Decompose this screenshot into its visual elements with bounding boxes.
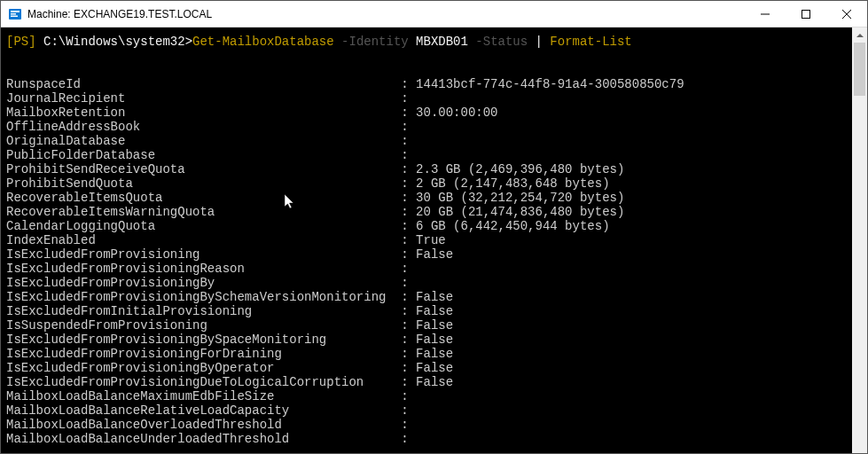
pipe: |	[536, 35, 551, 49]
colon: :	[401, 262, 416, 276]
flag-identity: -Identity	[334, 35, 416, 49]
colon: :	[401, 91, 416, 106]
colon: :	[401, 361, 416, 375]
cmd-format-list: Format-List	[550, 35, 631, 49]
property-key: IsExcludedFromInitialProvisioning	[6, 304, 401, 318]
property-value: 20 GB (21,474,836,480 bytes)	[416, 205, 624, 219]
property-key: IsExcludedFromProvisioningForDraining	[6, 347, 401, 361]
property-key: MailboxLoadBalanceMaximumEdbFileSize	[6, 389, 401, 403]
svg-rect-3	[11, 15, 18, 17]
property-value: 6 GB (6,442,450,944 bytes)	[416, 219, 609, 233]
cmd-get-mailboxdatabase: Get-MailboxDatabase	[192, 35, 334, 49]
maximize-button[interactable]	[786, 1, 826, 27]
output-row: MailboxRetention : 30.00:00:00	[6, 106, 852, 120]
colon: :	[401, 219, 416, 233]
property-value: 2.3 GB (2,469,396,480 bytes)	[416, 162, 624, 176]
colon: :	[401, 148, 416, 162]
colon: :	[401, 162, 416, 176]
colon: :	[401, 120, 416, 134]
property-key: RecoverableItemsQuota	[6, 191, 401, 205]
property-value: 30 GB (32,212,254,720 bytes)	[416, 191, 624, 205]
blank-line	[6, 49, 852, 63]
titlebar[interactable]: Machine: EXCHANGE19.TEST.LOCAL	[1, 1, 867, 27]
colon: :	[401, 347, 416, 361]
property-key: MailboxLoadBalanceUnderloadedThreshold	[6, 432, 401, 446]
property-key: IsExcludedFromProvisioningReason	[6, 262, 401, 276]
property-key: JournalRecipient	[6, 91, 401, 106]
window: Machine: EXCHANGE19.TEST.LOCAL [PS] C:\W…	[0, 0, 868, 454]
output-row: IsExcludedFromProvisioningDueToLogicalCo…	[6, 375, 852, 389]
colon: :	[401, 418, 416, 432]
property-value: False	[416, 375, 453, 389]
property-key: IsExcludedFromProvisioningBySpaceMonitor…	[6, 333, 401, 347]
app-icon	[8, 7, 22, 21]
property-key: IsSuspendedFromProvisioning	[6, 318, 401, 333]
output-row: MailboxLoadBalanceOverloadedThreshold :	[6, 418, 852, 432]
colon: :	[401, 389, 416, 403]
prompt-path: C:\Windows\system32>	[36, 35, 192, 49]
property-key: RecoverableItemsWarningQuota	[6, 205, 401, 219]
property-key: OfflineAddressBook	[6, 120, 401, 134]
colon: :	[401, 134, 416, 148]
property-key: IsExcludedFromProvisioningDueToLogicalCo…	[6, 375, 401, 389]
output-row: MailboxLoadBalanceUnderloadedThreshold :	[6, 432, 852, 446]
output-row: RecoverableItemsWarningQuota : 20 GB (21…	[6, 205, 852, 219]
prompt-prefix: [PS]	[6, 35, 36, 49]
property-value: 30.00:00:00	[416, 106, 497, 120]
scroll-track[interactable]	[852, 43, 867, 438]
output-row: MailboxLoadBalanceMaximumEdbFileSize :	[6, 389, 852, 403]
output-row: IsExcludedFromProvisioningForDraining : …	[6, 347, 852, 361]
colon: :	[401, 432, 416, 446]
output-row: ProhibitSendQuota : 2 GB (2,147,483,648 …	[6, 176, 852, 191]
svg-rect-2	[11, 13, 16, 15]
colon: :	[401, 191, 416, 205]
property-key: IsExcludedFromProvisioningByOperator	[6, 361, 401, 375]
colon: :	[401, 205, 416, 219]
colon: :	[401, 233, 416, 247]
property-value: False	[416, 304, 453, 318]
output-row: IsExcludedFromProvisioningByOperator : F…	[6, 361, 852, 375]
property-key: ProhibitSendReceiveQuota	[6, 162, 401, 176]
colon: :	[401, 290, 416, 304]
window-controls	[745, 1, 867, 27]
svg-rect-1	[11, 11, 20, 12]
svg-rect-5	[802, 10, 810, 18]
colon: :	[401, 304, 416, 318]
scroll-thumb[interactable]	[854, 43, 865, 96]
terminal[interactable]: [PS] C:\Windows\system32>Get-MailboxData…	[1, 27, 852, 453]
output-row: IsExcludedFromProvisioningBySchemaVersio…	[6, 290, 852, 304]
property-value: False	[416, 333, 453, 347]
colon: :	[401, 77, 416, 91]
minimize-button[interactable]	[745, 1, 786, 27]
output-row: IsExcludedFromInitialProvisioning : Fals…	[6, 304, 852, 318]
output-row: MailboxLoadBalanceRelativeLoadCapacity :	[6, 403, 852, 418]
property-value: False	[416, 247, 453, 262]
output-row: ProhibitSendReceiveQuota : 2.3 GB (2,469…	[6, 162, 852, 176]
output-row: OriginalDatabase :	[6, 134, 852, 148]
property-value: False	[416, 361, 453, 375]
property-key: MailboxLoadBalanceRelativeLoadCapacity	[6, 403, 401, 418]
property-key: OriginalDatabase	[6, 134, 401, 148]
output-row: IndexEnabled : True	[6, 233, 852, 247]
output-row: IsSuspendedFromProvisioning : False	[6, 318, 852, 333]
vertical-scrollbar[interactable]	[852, 27, 867, 453]
output-row: IsExcludedFromProvisioningBySpaceMonitor…	[6, 333, 852, 347]
output-row: PublicFolderDatabase :	[6, 148, 852, 162]
close-button[interactable]	[826, 1, 867, 27]
property-value: False	[416, 290, 453, 304]
colon: :	[401, 247, 416, 262]
colon: :	[401, 176, 416, 191]
output-row: JournalRecipient :	[6, 91, 852, 106]
colon: :	[401, 106, 416, 120]
output-row: OfflineAddressBook :	[6, 120, 852, 134]
scroll-up-button[interactable]	[852, 27, 867, 43]
property-key: IsExcludedFromProvisioning	[6, 247, 401, 262]
property-value: False	[416, 318, 453, 333]
property-value: 2 GB (2,147,483,648 bytes)	[416, 176, 609, 191]
property-value: False	[416, 347, 453, 361]
property-key: IndexEnabled	[6, 233, 401, 247]
output-row: RunspaceId : 14413bcf-774c-44f8-91a4-300…	[6, 77, 852, 91]
property-key: IsExcludedFromProvisioningBy	[6, 276, 401, 290]
output-row: IsExcludedFromProvisioning : False	[6, 247, 852, 262]
output-row: IsExcludedFromProvisioningReason :	[6, 262, 852, 276]
